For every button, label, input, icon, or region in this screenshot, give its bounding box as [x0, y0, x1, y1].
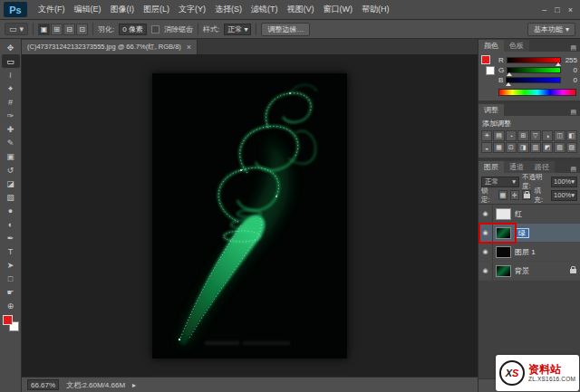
layer-thumbnail[interactable] — [496, 208, 511, 220]
document-tab[interactable]: (C)473731242132373555.jpg @ 66.7%(红, RGB… — [22, 40, 198, 54]
selective-color-icon[interactable]: ▨ — [566, 142, 577, 153]
subtract-selection-icon[interactable]: ⊟ — [63, 24, 75, 35]
gradient-map-icon[interactable]: ▧ — [554, 142, 565, 153]
blue-value[interactable]: 0 — [564, 76, 577, 84]
zoom-level-field[interactable]: 66.67% — [27, 379, 59, 390]
spot-healing-brush-tool[interactable]: ✚ — [2, 122, 20, 136]
threshold-icon[interactable]: ◩ — [542, 142, 553, 153]
foreground-color-swatch[interactable] — [481, 55, 490, 64]
invert-icon[interactable]: ◨ — [517, 142, 528, 153]
black-white-icon[interactable]: ◧ — [566, 130, 577, 141]
blur-tool[interactable]: ● — [2, 204, 20, 217]
blue-slider[interactable] — [506, 77, 561, 83]
menu-image[interactable]: 图像(I) — [106, 0, 140, 19]
background-color-swatch[interactable] — [486, 66, 495, 75]
exposure-icon[interactable]: ⊞ — [517, 130, 528, 141]
quick-selection-tool[interactable]: ✦ — [2, 81, 20, 95]
color-spectrum-ramp[interactable] — [498, 89, 576, 96]
lock-all-icon[interactable] — [522, 190, 531, 200]
color-lookup-icon[interactable]: ⊡ — [506, 142, 517, 153]
hand-tool[interactable]: ☛ — [2, 285, 20, 299]
refine-edge-button[interactable]: 调整边缘… — [261, 23, 310, 36]
brightness-contrast-icon[interactable]: ☀ — [481, 130, 492, 141]
tab-color[interactable]: 颜色 — [478, 40, 504, 52]
menu-select[interactable]: 选择(S) — [210, 0, 246, 19]
red-slider[interactable] — [507, 57, 561, 63]
tab-paths[interactable]: 路径 — [529, 161, 555, 173]
zoom-tool[interactable]: ⊕ — [2, 299, 20, 312]
status-menu-arrow-icon[interactable]: ▸ — [132, 381, 136, 389]
menu-file[interactable]: 文件(F) — [34, 0, 70, 19]
tab-swatches[interactable]: 色板 — [504, 40, 529, 52]
visibility-eye-icon[interactable]: ◉ — [478, 224, 493, 242]
layer-thumbnail[interactable] — [496, 246, 511, 258]
channel-mixer-icon[interactable]: ▦ — [493, 142, 504, 153]
layer-thumbnail[interactable] — [496, 265, 511, 277]
lasso-tool[interactable]: ≀ — [2, 68, 20, 81]
hue-saturation-icon[interactable]: ◑ — [542, 130, 553, 141]
menu-edit[interactable]: 编辑(E) — [70, 0, 106, 19]
rectangular-marquee-tool[interactable]: ▭ — [2, 54, 20, 68]
green-slider[interactable] — [507, 67, 561, 73]
canvas-pasteboard[interactable] — [22, 54, 478, 377]
layer-name[interactable]: 图层 1 — [515, 247, 580, 257]
layer-row-red[interactable]: ◉ 红 — [478, 205, 580, 224]
eyedropper-tool[interactable]: ✑ — [2, 109, 20, 122]
panel-menu-icon[interactable]: ▤ — [570, 109, 580, 116]
levels-icon[interactable]: ▤ — [493, 130, 504, 141]
workspace-switcher[interactable]: 基本功能 ▾ — [527, 23, 575, 36]
dodge-tool[interactable]: ◐ — [2, 217, 20, 231]
crop-tool[interactable]: # — [2, 95, 20, 109]
tool-preset-picker[interactable]: ▭ ▾ — [5, 23, 28, 35]
panel-menu-icon[interactable]: ▤ — [570, 166, 580, 173]
foreground-color-swatch[interactable] — [3, 315, 13, 325]
layer-row-green-editing[interactable]: ◉ 绿 — [478, 224, 580, 243]
visibility-eye-icon[interactable]: ◉ — [478, 262, 493, 280]
shape-tool[interactable]: □ — [2, 272, 20, 285]
tab-adjustments[interactable]: 调整 — [478, 104, 504, 116]
minimize-icon[interactable]: – — [542, 5, 546, 14]
layer-name-edit-field[interactable]: 绿 — [515, 228, 529, 238]
tab-channels[interactable]: 通道 — [504, 161, 529, 173]
layer-row-layer1[interactable]: ◉ 图层 1 — [478, 243, 580, 262]
gradient-tool[interactable]: ▧ — [2, 190, 20, 204]
style-select[interactable]: 正常 ▾ — [224, 24, 251, 35]
menu-window[interactable]: 窗口(W) — [319, 0, 358, 19]
brush-tool[interactable]: ✎ — [2, 136, 20, 149]
path-selection-tool[interactable]: ➤ — [2, 258, 20, 272]
eraser-tool[interactable]: ◪ — [2, 177, 20, 190]
layer-row-background[interactable]: ◉ 背景 — [478, 262, 580, 281]
visibility-eye-icon[interactable]: ◉ — [478, 243, 493, 261]
lock-position-icon[interactable]: ✛ — [510, 190, 519, 200]
menu-help[interactable]: 帮助(H) — [357, 0, 394, 19]
posterize-icon[interactable]: ▥ — [530, 142, 541, 153]
fill-field[interactable]: 100%▾ — [551, 190, 577, 201]
pen-tool[interactable]: ✒ — [2, 231, 20, 244]
close-icon[interactable]: × — [568, 5, 573, 14]
layer-thumbnail[interactable] — [496, 227, 511, 239]
add-selection-icon[interactable]: ⊞ — [51, 24, 63, 35]
new-selection-icon[interactable]: ▣ — [38, 24, 50, 35]
intersect-selection-icon[interactable]: ⊡ — [76, 24, 88, 35]
menu-view[interactable]: 视图(V) — [283, 0, 319, 19]
photo-filter-icon[interactable]: ◒ — [481, 142, 492, 153]
type-tool[interactable]: T — [2, 244, 20, 258]
menu-layer[interactable]: 图层(L) — [139, 0, 174, 19]
vibrance-icon[interactable]: ▽ — [530, 130, 541, 141]
menu-filter[interactable]: 滤镜(T) — [246, 0, 283, 19]
antialias-checkbox[interactable] — [151, 25, 160, 33]
move-tool[interactable]: ✥ — [2, 41, 20, 54]
layer-name[interactable]: 红 — [515, 209, 580, 219]
lock-transparency-icon[interactable]: ▦ — [498, 190, 508, 200]
red-value[interactable]: 255 — [564, 56, 577, 64]
document-canvas[interactable] — [152, 73, 347, 359]
history-brush-tool[interactable]: ↺ — [2, 163, 20, 177]
green-value[interactable]: 0 — [564, 66, 577, 74]
panel-menu-icon[interactable]: ▤ — [570, 44, 580, 52]
tab-layers[interactable]: 图层 — [478, 161, 504, 173]
layer-name[interactable]: 背景 — [515, 266, 570, 276]
opacity-field[interactable]: 100%▾ — [551, 177, 577, 187]
feather-input[interactable]: 0 像素 — [119, 24, 147, 35]
color-balance-icon[interactable]: ◫ — [554, 130, 565, 141]
menu-type[interactable]: 文字(Y) — [174, 0, 210, 19]
